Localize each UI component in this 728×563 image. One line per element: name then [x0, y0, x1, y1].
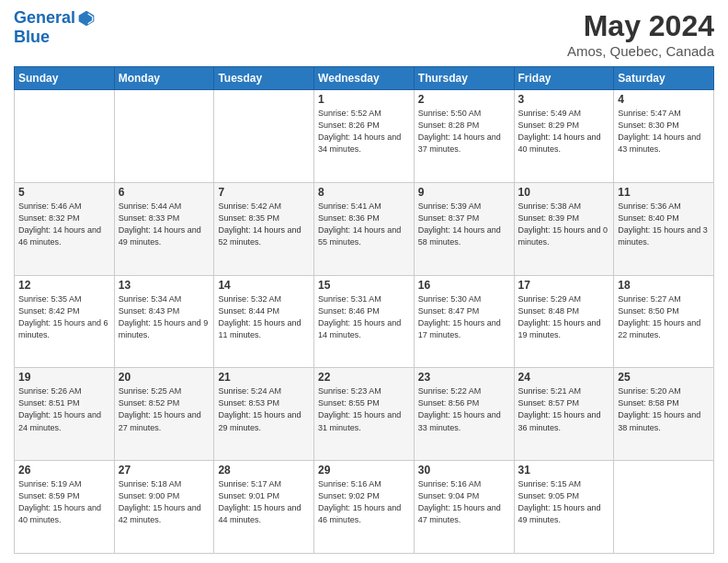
logo-text: General — [14, 9, 75, 28]
col-friday: Friday — [514, 67, 614, 90]
day-info: Sunrise: 5:15 AMSunset: 9:05 PMDaylight:… — [518, 478, 610, 526]
day-number: 21 — [218, 371, 310, 384]
day-number: 27 — [119, 464, 210, 477]
day-info: Sunrise: 5:16 AMSunset: 9:02 PMDaylight:… — [318, 478, 410, 526]
logo-icon — [77, 9, 96, 28]
col-wednesday: Wednesday — [314, 67, 415, 90]
day-info: Sunrise: 5:26 AMSunset: 8:51 PMDaylight:… — [18, 385, 110, 433]
calendar-cell-4-3: 29Sunrise: 5:16 AMSunset: 9:02 PMDayligh… — [314, 461, 415, 554]
day-info: Sunrise: 5:21 AMSunset: 8:57 PMDaylight:… — [518, 385, 610, 433]
calendar-cell-1-1: 6Sunrise: 5:44 AMSunset: 8:33 PMDaylight… — [114, 182, 214, 275]
col-sunday: Sunday — [15, 67, 115, 90]
page: General Blue May 2024 Amos, Quebec, Cana… — [0, 0, 728, 563]
calendar-cell-0-5: 3Sunrise: 5:49 AMSunset: 8:29 PMDaylight… — [514, 90, 614, 183]
calendar-cell-1-2: 7Sunrise: 5:42 AMSunset: 8:35 PMDaylight… — [214, 182, 314, 275]
day-number: 31 — [518, 464, 610, 477]
day-info: Sunrise: 5:39 AMSunset: 8:37 PMDaylight:… — [418, 201, 510, 248]
calendar-cell-3-0: 19Sunrise: 5:26 AMSunset: 8:51 PMDayligh… — [15, 368, 115, 461]
day-number: 8 — [318, 186, 410, 199]
calendar-cell-2-6: 18Sunrise: 5:27 AMSunset: 8:50 PMDayligh… — [614, 275, 714, 368]
day-number: 22 — [318, 371, 410, 384]
calendar-table: Sunday Monday Tuesday Wednesday Thursday… — [14, 66, 714, 554]
logo-blue: Blue — [14, 28, 96, 47]
day-info: Sunrise: 5:47 AMSunset: 8:30 PMDaylight:… — [618, 108, 710, 155]
day-info: Sunrise: 5:22 AMSunset: 8:56 PMDaylight:… — [418, 385, 510, 433]
calendar-cell-4-1: 27Sunrise: 5:18 AMSunset: 9:00 PMDayligh… — [114, 461, 214, 554]
calendar-cell-4-6 — [614, 461, 714, 554]
day-info: Sunrise: 5:16 AMSunset: 9:04 PMDaylight:… — [418, 478, 510, 526]
day-info: Sunrise: 5:34 AMSunset: 8:43 PMDaylight:… — [119, 293, 210, 341]
day-info: Sunrise: 5:38 AMSunset: 8:39 PMDaylight:… — [518, 201, 610, 248]
calendar-cell-4-2: 28Sunrise: 5:17 AMSunset: 9:01 PMDayligh… — [214, 461, 314, 554]
day-info: Sunrise: 5:36 AMSunset: 8:40 PMDaylight:… — [618, 201, 710, 248]
calendar-cell-1-6: 11Sunrise: 5:36 AMSunset: 8:40 PMDayligh… — [614, 182, 714, 275]
logo: General Blue — [14, 9, 96, 47]
calendar-cell-1-4: 9Sunrise: 5:39 AMSunset: 8:37 PMDaylight… — [414, 182, 514, 275]
day-number: 18 — [618, 279, 710, 292]
day-number: 10 — [518, 186, 610, 199]
calendar-cell-2-4: 16Sunrise: 5:30 AMSunset: 8:47 PMDayligh… — [414, 275, 514, 368]
calendar-cell-2-3: 15Sunrise: 5:31 AMSunset: 8:46 PMDayligh… — [314, 275, 415, 368]
day-info: Sunrise: 5:44 AMSunset: 8:33 PMDaylight:… — [119, 201, 210, 248]
calendar-week-0: 1Sunrise: 5:52 AMSunset: 8:26 PMDaylight… — [15, 90, 714, 183]
day-number: 15 — [318, 279, 410, 292]
day-info: Sunrise: 5:31 AMSunset: 8:46 PMDaylight:… — [318, 293, 410, 341]
day-info: Sunrise: 5:35 AMSunset: 8:42 PMDaylight:… — [18, 293, 110, 341]
day-number: 16 — [418, 279, 510, 292]
col-saturday: Saturday — [614, 67, 714, 90]
day-info: Sunrise: 5:42 AMSunset: 8:35 PMDaylight:… — [218, 201, 310, 248]
day-number: 19 — [18, 371, 110, 384]
day-number: 3 — [518, 93, 610, 106]
day-number: 29 — [318, 464, 410, 477]
calendar-cell-2-1: 13Sunrise: 5:34 AMSunset: 8:43 PMDayligh… — [114, 275, 214, 368]
calendar-cell-0-6: 4Sunrise: 5:47 AMSunset: 8:30 PMDaylight… — [614, 90, 714, 183]
day-number: 5 — [18, 186, 110, 199]
day-info: Sunrise: 5:49 AMSunset: 8:29 PMDaylight:… — [518, 108, 610, 155]
day-number: 4 — [618, 93, 710, 106]
day-info: Sunrise: 5:20 AMSunset: 8:58 PMDaylight:… — [618, 385, 710, 433]
day-number: 20 — [119, 371, 210, 384]
day-number: 11 — [618, 186, 710, 199]
calendar-week-1: 5Sunrise: 5:46 AMSunset: 8:32 PMDaylight… — [15, 182, 714, 275]
calendar-week-3: 19Sunrise: 5:26 AMSunset: 8:51 PMDayligh… — [15, 368, 714, 461]
day-info: Sunrise: 5:17 AMSunset: 9:01 PMDaylight:… — [218, 478, 310, 526]
day-number: 1 — [318, 93, 410, 106]
day-number: 17 — [518, 279, 610, 292]
col-tuesday: Tuesday — [214, 67, 314, 90]
calendar-cell-3-1: 20Sunrise: 5:25 AMSunset: 8:52 PMDayligh… — [114, 368, 214, 461]
day-number: 7 — [218, 186, 310, 199]
calendar-cell-3-2: 21Sunrise: 5:24 AMSunset: 8:53 PMDayligh… — [214, 368, 314, 461]
calendar-cell-4-5: 31Sunrise: 5:15 AMSunset: 9:05 PMDayligh… — [514, 461, 614, 554]
title-block: May 2024 Amos, Quebec, Canada — [567, 9, 714, 59]
day-number: 25 — [618, 371, 710, 384]
header-row: Sunday Monday Tuesday Wednesday Thursday… — [15, 67, 714, 90]
day-info: Sunrise: 5:25 AMSunset: 8:52 PMDaylight:… — [119, 385, 210, 433]
day-info: Sunrise: 5:24 AMSunset: 8:53 PMDaylight:… — [218, 385, 310, 433]
day-number: 6 — [119, 186, 210, 199]
day-info: Sunrise: 5:29 AMSunset: 8:48 PMDaylight:… — [518, 293, 610, 341]
header: General Blue May 2024 Amos, Quebec, Cana… — [14, 9, 714, 59]
calendar-cell-0-0 — [15, 90, 115, 183]
day-number: 23 — [418, 371, 510, 384]
calendar-title: May 2024 — [567, 9, 714, 43]
calendar-week-4: 26Sunrise: 5:19 AMSunset: 8:59 PMDayligh… — [15, 461, 714, 554]
calendar-cell-2-5: 17Sunrise: 5:29 AMSunset: 8:48 PMDayligh… — [514, 275, 614, 368]
day-info: Sunrise: 5:27 AMSunset: 8:50 PMDaylight:… — [618, 293, 710, 341]
calendar-cell-3-6: 25Sunrise: 5:20 AMSunset: 8:58 PMDayligh… — [614, 368, 714, 461]
calendar-cell-3-4: 23Sunrise: 5:22 AMSunset: 8:56 PMDayligh… — [414, 368, 514, 461]
day-number: 14 — [218, 279, 310, 292]
day-info: Sunrise: 5:41 AMSunset: 8:36 PMDaylight:… — [318, 201, 410, 248]
calendar-cell-3-3: 22Sunrise: 5:23 AMSunset: 8:55 PMDayligh… — [314, 368, 415, 461]
day-number: 2 — [418, 93, 510, 106]
calendar-cell-0-1 — [114, 90, 214, 183]
day-number: 9 — [418, 186, 510, 199]
day-number: 26 — [18, 464, 110, 477]
calendar-cell-0-2 — [214, 90, 314, 183]
calendar-cell-1-5: 10Sunrise: 5:38 AMSunset: 8:39 PMDayligh… — [514, 182, 614, 275]
calendar-week-2: 12Sunrise: 5:35 AMSunset: 8:42 PMDayligh… — [15, 275, 714, 368]
calendar-cell-0-4: 2Sunrise: 5:50 AMSunset: 8:28 PMDaylight… — [414, 90, 514, 183]
calendar-cell-3-5: 24Sunrise: 5:21 AMSunset: 8:57 PMDayligh… — [514, 368, 614, 461]
day-info: Sunrise: 5:46 AMSunset: 8:32 PMDaylight:… — [18, 201, 110, 248]
calendar-cell-2-0: 12Sunrise: 5:35 AMSunset: 8:42 PMDayligh… — [15, 275, 115, 368]
calendar-cell-4-0: 26Sunrise: 5:19 AMSunset: 8:59 PMDayligh… — [15, 461, 115, 554]
